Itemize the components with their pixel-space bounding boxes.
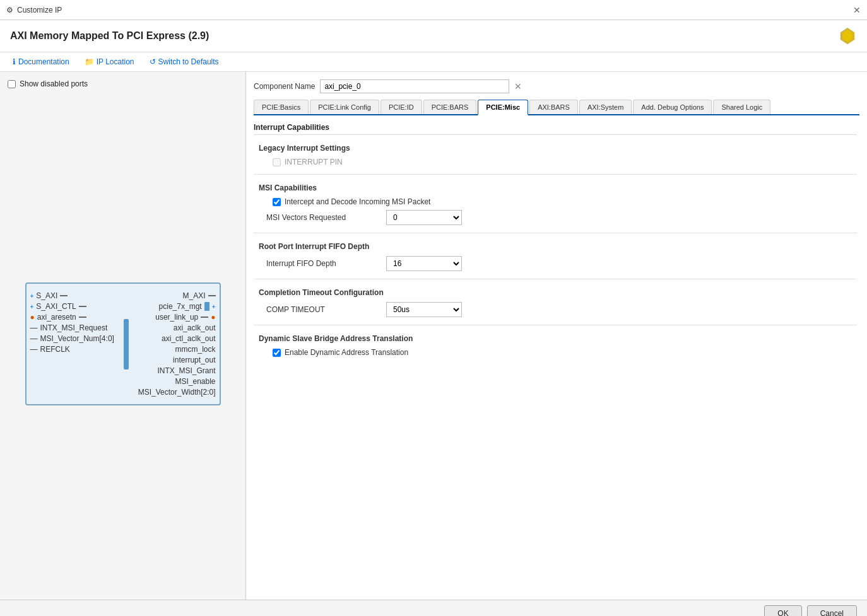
port-row: interrupt_out [138,356,216,364]
title-bar: ⚙ Customize IP ✕ [0,0,867,20]
bottom-bar: OK Cancel [0,600,867,616]
port-row: MSI_enable [138,377,216,386]
divider-3 [254,279,857,279]
port-label: interrupt_out [173,356,215,364]
cancel-button[interactable]: Cancel [807,605,857,616]
info-icon: ℹ [13,57,16,66]
port-label: user_link_up [155,313,198,322]
port-label: INTX_MSI_Grant [157,366,215,375]
msi-vectors-row: MSI Vectors Requested 0 1 2 4 8 16 32 [266,210,857,225]
refresh-icon: ↺ [150,57,156,66]
port-label: S_AXI [36,291,57,300]
tab-bar: PCIE:Basics PCIE:Link Config PCIE:ID PCI… [254,100,859,115]
dot-icon: ● [30,313,35,322]
app-header: AXI Memory Mapped To PCI Express (2.9) [0,20,867,52]
ports-left: + S_AXI + S_AXI_CTL ● axi_aresetn [27,289,118,399]
dynamic-label: Enable Dynamic Address Translation [285,348,408,357]
app-title: AXI Memory Mapped To PCI Express (2.9) [10,30,209,42]
port-row: M_AXI [138,291,216,300]
port-row: ● axi_aresetn [30,313,114,322]
subsection-legacy: Legacy Interrupt Settings [254,144,857,153]
tab-pcie-misc[interactable]: PCIE:Misc [478,100,528,115]
port-label: INTX_MSI_Request [40,323,108,332]
dynamic-checkbox[interactable] [273,349,281,357]
interrupt-pin-row: INTERRUPT PIN [273,158,857,166]
port-row: + S_AXI_CTL [30,302,114,311]
port-label: mmcm_lock [175,345,215,354]
port-row: + S_AXI [30,291,114,300]
line-icon: — [30,334,38,343]
tab-pcie-bars[interactable]: PCIE:BARS [423,100,477,114]
plus-icon: + [30,303,34,310]
plus-icon: + [30,293,34,299]
subsection-comp-timeout: Completion Timeout Configuration [254,288,857,297]
block-bar [124,319,129,369]
tab-pcie-basics[interactable]: PCIE:Basics [254,100,309,114]
port-label: S_AXI_CTL [36,302,76,311]
block-center [124,289,129,399]
section-interrupt-capabilities: Interrupt Capabilities [254,123,857,135]
tab-content: Interrupt Capabilities Legacy Interrupt … [254,123,859,592]
port-row: INTX_MSI_Grant [138,366,216,375]
clear-button[interactable]: ✕ [514,81,522,91]
ip-location-button[interactable]: 📁 IP Location [82,56,137,67]
port-label: pcie_7x_mgt [159,302,202,311]
port-connector [79,306,86,307]
port-label: axi_aclk_out [174,323,216,332]
comp-timeout-row: COMP TIMEOUT 50us 100us 200us [266,302,857,317]
title-bar-text: ⚙ Customize IP [6,6,62,15]
interrupt-pin-checkbox [273,158,281,166]
port-connector [60,295,68,296]
port-label: MSI_Vector_Num[4:0] [40,334,114,343]
xilinx-logo [838,26,857,45]
fifo-depth-select[interactable]: 8 16 32 64 [386,256,462,271]
component-name-label: Component Name [254,82,315,91]
ip-block-ports: + S_AXI + S_AXI_CTL ● axi_aresetn [27,289,220,399]
port-label: M_AXI [182,291,205,300]
show-disabled-checkbox[interactable] [8,80,16,88]
msi-vectors-select[interactable]: 0 1 2 4 8 16 32 [386,210,462,225]
port-row: — MSI_Vector_Num[4:0] [30,334,114,343]
subsection-msi: MSI Capabilities [254,183,857,192]
tab-axi-bars[interactable]: AXI:BARS [529,100,578,114]
port-row: mmcm_lock [138,345,216,354]
port-row: — INTX_MSI_Request [30,323,114,332]
port-label: MSI_enable [175,377,215,386]
show-disabled-label[interactable]: Show disabled ports [20,79,88,88]
port-label: axi_ctl_aclk_out [162,334,215,343]
port-row: user_link_up ● [138,313,216,322]
divider-2 [254,233,857,233]
tab-pcie-id[interactable]: PCIE:ID [380,100,422,114]
intercept-label: Intercept and Decode Incoming MSI Packet [285,197,430,206]
show-disabled-row: Show disabled ports [8,79,238,88]
fifo-depth-label: Interrupt FIFO Depth [266,259,380,268]
ok-button[interactable]: OK [764,605,801,616]
documentation-button[interactable]: ℹ Documentation [10,56,72,67]
switch-defaults-button[interactable]: ↺ Switch to Defaults [147,56,221,67]
component-name-row: Component Name ✕ [254,79,859,93]
port-row: axi_aclk_out [138,323,216,332]
port-row: — REFCLK [30,345,114,354]
intercept-row: Intercept and Decode Incoming MSI Packet [273,197,857,206]
port-label: MSI_Vector_Width[2:0] [138,388,216,397]
port-label: REFCLK [40,345,70,354]
tab-axi-system[interactable]: AXI:System [579,100,632,114]
port-label: axi_aresetn [37,313,76,322]
main-layout: Show disabled ports + S_AXI + S_AXI_CTL [0,72,867,600]
line-icon: — [30,323,38,332]
intercept-checkbox[interactable] [273,198,281,206]
comp-timeout-select[interactable]: 50us 100us 200us [386,302,462,317]
close-button[interactable]: ✕ [853,5,861,15]
divider-4 [254,325,857,325]
tab-pcie-linkconfig[interactable]: PCIE:Link Config [310,100,379,114]
ports-right: M_AXI pcie_7x_mgt + user_link_up ● [134,289,220,399]
port-row: pcie_7x_mgt + [138,302,216,311]
toolbar: ℹ Documentation 📁 IP Location ↺ Switch t… [0,52,867,72]
app-icon: ⚙ [6,6,13,15]
port-connector [79,317,86,318]
ip-block-container: + S_AXI + S_AXI_CTL ● axi_aresetn [8,96,238,592]
tab-debug-options[interactable]: Add. Debug Options [633,100,712,114]
plus-icon: + [212,303,216,310]
tab-shared-logic[interactable]: Shared Logic [713,100,770,114]
component-name-input[interactable] [320,79,509,93]
